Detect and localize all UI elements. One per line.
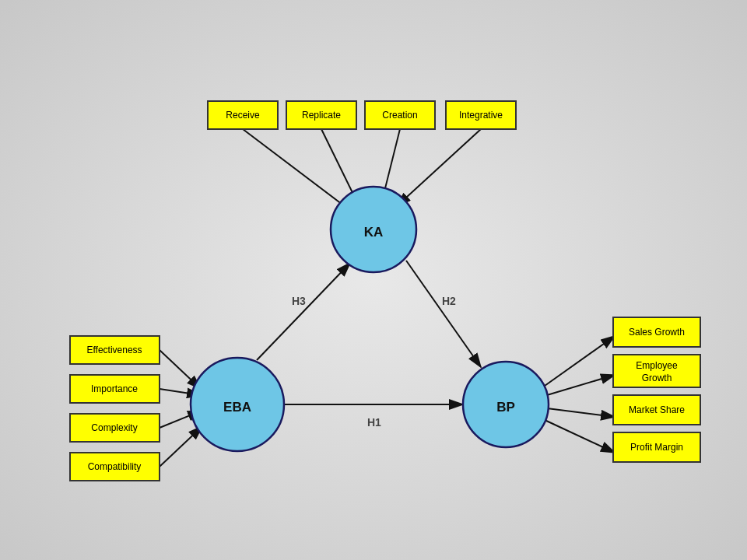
- creation-text: Creation: [382, 110, 417, 121]
- eba-label: EBA: [223, 400, 251, 415]
- profit-margin-text: Profit Margin: [630, 442, 683, 453]
- h2-label: H2: [442, 295, 456, 307]
- replicate-text: Replicate: [302, 110, 341, 121]
- employee-growth-text-2: Growth: [642, 373, 672, 383]
- market-share-text: Market Share: [629, 404, 685, 415]
- importance-text: Importance: [91, 383, 138, 394]
- sales-growth-text: Sales Growth: [629, 327, 685, 338]
- effectiveness-text: Effectiveness: [86, 345, 142, 355]
- compatibility-text: Compatibility: [88, 461, 142, 472]
- receive-text: Receive: [226, 110, 260, 121]
- integrative-text: Integrative: [459, 110, 503, 121]
- ka-label: KA: [364, 225, 384, 240]
- h3-label: H3: [292, 295, 306, 307]
- employee-growth-text-1: Employee: [636, 360, 678, 371]
- h1-label: H1: [367, 416, 381, 429]
- complexity-text: Complexity: [91, 422, 137, 433]
- diagram-container: KA EBA BP Receive Replicate Creation Int…: [0, 0, 747, 560]
- diagram-svg: KA EBA BP Receive Replicate Creation Int…: [0, 0, 747, 560]
- bp-label: BP: [496, 400, 515, 415]
